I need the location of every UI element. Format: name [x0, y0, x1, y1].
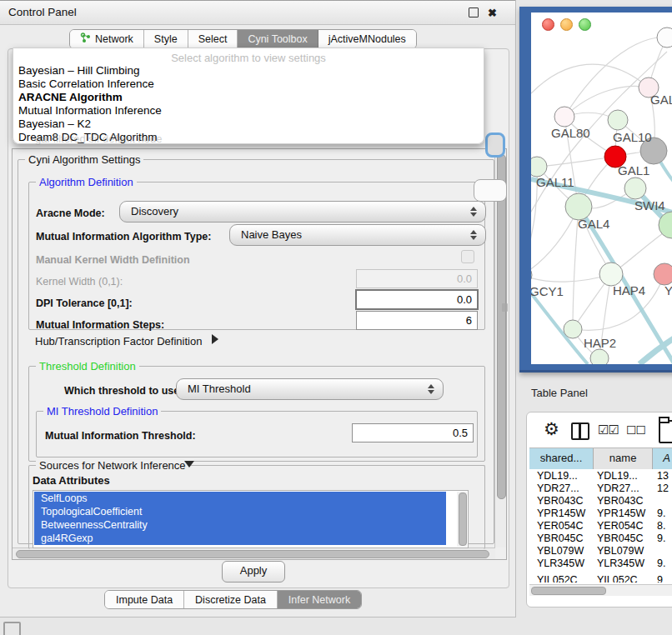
- dropdown-placeholder: Select algorithm to view settings: [13, 52, 484, 64]
- table-horizontal-scrollbar[interactable]: [529, 584, 672, 596]
- tab-infer-network[interactable]: Infer Network: [278, 591, 361, 608]
- collapsed-arrow-icon[interactable]: [212, 334, 218, 344]
- list-item[interactable]: SelfLoops: [34, 492, 446, 505]
- algorithm-combobox-fragment[interactable]: [485, 132, 505, 158]
- threshold-definition-group: Threshold Definition Which threshold to …: [28, 366, 485, 462]
- horizontal-scrollbar-thumb[interactable]: [16, 550, 489, 558]
- sources-title[interactable]: Sources for Network Inference: [36, 459, 189, 472]
- cyni-algorithm-settings-title: Cyni Algorithm Settings: [25, 153, 143, 166]
- list-vertical-scrollbar[interactable]: [457, 492, 467, 547]
- cell: YDR27...: [537, 482, 579, 495]
- data-attributes-label: Data Attributes: [33, 474, 110, 487]
- table-row[interactable]: YER054CYER054C8.: [529, 520, 672, 532]
- node-gal80[interactable]: [554, 107, 574, 127]
- cell: YER054C: [597, 520, 644, 532]
- mi-algorithm-type-combobox[interactable]: Naive Bayes: [229, 224, 486, 246]
- node-hap2[interactable]: [564, 320, 582, 338]
- table-row[interactable]: YBR045CYBR045C9.: [529, 532, 672, 545]
- table-row[interactable]: YBR043CYBR043C: [529, 495, 672, 508]
- network-graph[interactable]: GAL2 GAL80 GAL10 GAL1 GAL11 SWI4 GAL4 GC…: [531, 12, 672, 364]
- occluded-combobox-text: gal-filtered sif default node: [35, 132, 162, 145]
- list-item[interactable]: TopologicalCoefficient: [34, 505, 446, 518]
- column-header-shared-name[interactable]: shared...: [529, 448, 594, 469]
- column-header-name[interactable]: name: [594, 448, 653, 469]
- tab-select[interactable]: Select: [188, 30, 238, 48]
- tab-cyni-toolbox[interactable]: Cyni Toolbox: [238, 30, 318, 48]
- list-item[interactable]: BetweennessCentrality: [34, 518, 446, 532]
- hub-tf-expander-label[interactable]: Hub/Transcription Factor Definition: [35, 335, 202, 348]
- node-gal10[interactable]: [608, 110, 628, 130]
- table-row[interactable]: YDL19...YDL19...13: [529, 470, 672, 482]
- algorithm-option[interactable]: Bayesian – Hill Climbing: [18, 64, 469, 78]
- tab-style[interactable]: Style: [144, 30, 188, 48]
- table-mode-icon[interactable]: [659, 420, 672, 443]
- list-item[interactable]: gal4RGexp: [34, 532, 446, 545]
- which-threshold-combobox[interactable]: MI Threshold: [176, 378, 444, 400]
- minimized-panel-icon[interactable]: [3, 622, 21, 635]
- mi-threshold-field[interactable]: [352, 423, 474, 442]
- columns-icon[interactable]: [571, 422, 589, 440]
- cell: YBL079W: [597, 545, 644, 558]
- cell: YBR043C: [537, 495, 584, 508]
- spinner-arrows-icon: [428, 383, 435, 395]
- apply-button[interactable]: Apply: [222, 561, 285, 582]
- cell: 9: [657, 574, 672, 582]
- network-view-window[interactable]: GAL2 GAL80 GAL10 GAL1 GAL11 SWI4 GAL4 GC…: [519, 7, 672, 372]
- table-row[interactable]: YLR345WYLR345W9.: [529, 558, 672, 570]
- mi-steps-field[interactable]: [356, 311, 478, 330]
- control-panel-tabbar: Network Style Select Cyni Toolbox jActiv…: [69, 29, 417, 49]
- table-scrollbar-thumb[interactable]: [531, 587, 606, 595]
- cell: 12: [657, 482, 672, 495]
- vertical-scrollbar-thumb[interactable]: [497, 154, 506, 499]
- cell: YBR043C: [597, 495, 644, 508]
- tab-discretize-data[interactable]: Discretize Data: [184, 591, 278, 608]
- vertical-scrollbar[interactable]: [494, 149, 506, 548]
- table-header-row: shared... name A: [529, 448, 672, 470]
- tab-impute-data[interactable]: Impute Data: [105, 591, 184, 608]
- table-row[interactable]: YDR27...YDR27...12: [529, 482, 672, 495]
- network-canvas[interactable]: GAL2 GAL80 GAL10 GAL1 GAL11 SWI4 GAL4 GC…: [531, 12, 672, 364]
- table-combobox-fragment[interactable]: [474, 179, 507, 202]
- table-row[interactable]: YPR145WYPR145W9.: [529, 508, 672, 520]
- column-header-partial[interactable]: A: [653, 448, 672, 469]
- horizontal-scrollbar[interactable]: [13, 548, 495, 559]
- expanded-arrow-icon[interactable]: [184, 461, 194, 468]
- node[interactable]: [590, 349, 609, 364]
- float-window-icon[interactable]: [469, 8, 479, 18]
- dpi-tolerance-field[interactable]: [355, 289, 479, 310]
- tab-jactivemnodules-label: jActiveMNodules: [328, 33, 406, 45]
- algorithm-option-selected[interactable]: ARACNE Algorithm: [18, 91, 469, 104]
- kernel-width-label: Kernel Width (0,1):: [36, 276, 123, 288]
- select-all-icon[interactable]: ☑☑: [598, 422, 619, 438]
- algorithm-option[interactable]: Mutual Information Inference: [18, 104, 469, 118]
- tab-network[interactable]: Network: [70, 30, 144, 48]
- deselect-all-icon[interactable]: ☐☐: [626, 423, 645, 437]
- node-gal11[interactable]: [531, 157, 547, 177]
- algorithm-option[interactable]: Bayesian – K2: [18, 118, 469, 131]
- panel-divider-handle[interactable]: [502, 303, 508, 312]
- spinner-arrows-icon: [470, 229, 478, 241]
- close-icon[interactable]: ✖: [488, 7, 497, 19]
- cell: YER054C: [537, 520, 584, 532]
- cell: YPR145W: [597, 508, 645, 520]
- list-scrollbar-thumb[interactable]: [459, 492, 467, 546]
- node-swi4[interactable]: [624, 178, 646, 199]
- node-hap4[interactable]: [599, 262, 623, 286]
- node-pink[interactable]: [654, 263, 672, 285]
- tab-jactivemnodules[interactable]: jActiveMNodules: [318, 30, 416, 48]
- algorithm-dropdown-popup: Select algorithm to view settings Bayesi…: [13, 48, 484, 144]
- node-label: GAL11: [536, 175, 574, 189]
- table-panel: ⚙ ☑☑ ☐☐ shared... name A YDL19...YDL19..…: [526, 412, 672, 608]
- data-attributes-list[interactable]: SelfLoops TopologicalCoefficient Between…: [33, 490, 469, 548]
- node-label: GAL1: [618, 163, 649, 178]
- which-threshold-value: MI Threshold: [188, 382, 251, 395]
- manual-kernel-width-checkbox[interactable]: [461, 250, 474, 263]
- cell: YBR045C: [537, 532, 584, 545]
- table-row[interactable]: YBL079WYBL079W: [529, 545, 672, 558]
- node[interactable]: [657, 28, 672, 48]
- aracne-mode-combobox[interactable]: Discovery: [119, 201, 486, 222]
- control-panel-window: Control Panel ✖ Network Style Select Cyn…: [0, 0, 516, 618]
- table-row[interactable]: YIL052CYIL052C9: [529, 574, 672, 582]
- algorithm-option[interactable]: Basic Correlation Inference: [18, 78, 469, 91]
- gear-icon[interactable]: ⚙: [544, 419, 559, 439]
